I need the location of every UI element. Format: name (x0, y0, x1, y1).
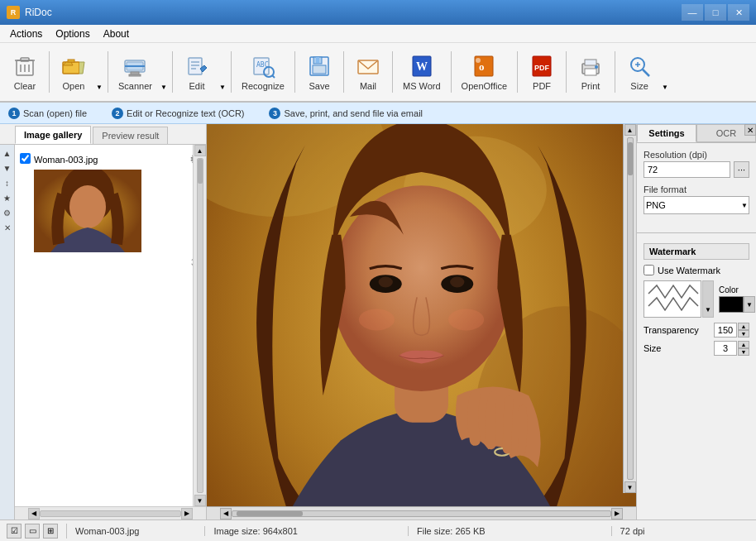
gallery-tool-settings[interactable]: ⚙ (1, 206, 14, 219)
menu-about[interactable]: About (97, 26, 136, 41)
svg-line-20 (272, 75, 275, 78)
save-label: Save (309, 81, 329, 91)
hscroll-right-arrow[interactable]: ▶ (611, 508, 623, 519)
svg-point-52 (379, 277, 393, 288)
svg-point-53 (450, 277, 464, 288)
open-button[interactable]: Open (54, 46, 93, 98)
msword-button[interactable]: W MS Word (397, 46, 447, 98)
statusbar-grid-icon[interactable]: ⊞ (43, 524, 58, 539)
color-dropdown-button[interactable]: ▼ (744, 296, 755, 313)
clear-button[interactable]: Clear (5, 46, 45, 98)
gallery-item-checkbox[interactable] (20, 153, 31, 164)
close-button[interactable]: ✕ (728, 4, 749, 21)
transparency-arrows: ▲ ▼ (738, 323, 749, 338)
gallery-tool-up[interactable]: ▲ (1, 146, 14, 160)
openoffice-button[interactable]: o OpenOffice (456, 46, 513, 98)
file-format-select[interactable]: PNG JPG BMP TIFF PDF (644, 196, 749, 214)
maximize-button[interactable]: □ (705, 4, 726, 21)
gallery-hscroll-right[interactable]: ▶ (181, 508, 193, 519)
open-dropdown[interactable]: ▼ (95, 46, 103, 98)
separator-1 (49, 51, 50, 93)
tab-image-gallery[interactable]: Image gallery (15, 126, 91, 144)
separator-10 (566, 51, 567, 93)
gallery-scroll-area[interactable]: Woman-003.jpg ⚙ (15, 145, 206, 506)
print-button[interactable]: Print (571, 46, 610, 98)
transparency-up-button[interactable]: ▲ (738, 323, 749, 330)
vscroll-down-arrow[interactable]: ▼ (624, 481, 636, 493)
gallery-tool-star[interactable]: ★ (1, 191, 14, 204)
hscroll-track (232, 510, 611, 517)
gallery-vscrollbar[interactable]: ▲ ▼ (193, 145, 206, 506)
mail-button[interactable]: Mail (348, 46, 388, 98)
size-up-button[interactable]: ▲ (738, 341, 749, 348)
preview-vscrollbar[interactable]: ▲ ▼ (623, 124, 636, 493)
gallery-left-tools: ▲ ▼ ↕ ★ ⚙ ✕ (0, 145, 15, 519)
scanner-dropdown[interactable]: ▼ (160, 46, 168, 98)
chevron-down-icon: ▼ (160, 84, 167, 91)
gallery-scroll-up[interactable]: ▲ (194, 145, 206, 156)
settings-tab-settings[interactable]: Settings (637, 124, 696, 142)
use-watermark-checkbox[interactable] (644, 265, 654, 275)
transparency-label: Transparency (644, 325, 699, 335)
app-title: RiDoc (25, 7, 52, 18)
transparency-down-button[interactable]: ▼ (738, 330, 749, 338)
preview-hscrollbar[interactable]: ◀ ▶ (207, 506, 636, 519)
statusbar-checkbox-icon[interactable]: ☑ (7, 524, 22, 539)
recognize-button[interactable]: ABC Recognize (236, 46, 290, 98)
file-size-value: 265 KB (455, 526, 485, 536)
main-area: Image gallery Preview result ▲ ▼ ↕ ★ ⚙ ✕ (0, 124, 756, 519)
gallery-tool-move[interactable]: ↕ (1, 176, 14, 189)
gallery-tool-remove[interactable]: ✕ (1, 221, 14, 234)
gallery-hscroll-left[interactable]: ◀ (28, 508, 40, 519)
color-swatch[interactable] (719, 296, 744, 313)
svg-rect-23 (316, 57, 319, 63)
gallery-scroll-thumb (198, 159, 203, 184)
pdf-icon: PDF (529, 53, 555, 79)
resolution-input[interactable] (644, 161, 730, 178)
minimize-button[interactable]: — (682, 4, 703, 21)
watermark-header: Watermark (644, 243, 749, 260)
size-label: Size (644, 343, 661, 353)
save-button[interactable]: Save (299, 46, 339, 98)
titlebar: R RiDoc — □ ✕ (0, 0, 756, 25)
edit-dropdown[interactable]: ▼ (218, 46, 227, 98)
menu-actions[interactable]: Actions (3, 26, 49, 41)
tab-preview-result[interactable]: Preview result (93, 127, 168, 144)
transparency-row: Transparency 150 ▲ ▼ (644, 323, 749, 338)
print-icon (577, 53, 604, 79)
size-dropdown[interactable]: ▼ (661, 46, 669, 98)
svg-rect-35 (585, 69, 596, 75)
resolution-dots-button[interactable]: ··· (734, 161, 749, 178)
recognize-icon: ABC (250, 53, 276, 79)
size-icon (626, 53, 653, 79)
gallery-hscrollbar[interactable]: ◀ ▶ (15, 506, 206, 519)
settings-content: Resolution (dpi) ··· File format PNG JPG… (637, 143, 756, 227)
edit-button[interactable]: Edit (177, 46, 217, 98)
size-down-button[interactable]: ▼ (738, 348, 749, 356)
separator-6 (343, 51, 344, 93)
svg-point-43 (69, 185, 106, 228)
separator-3 (172, 51, 173, 93)
watermark-checkbox-row: Use Watermark (644, 265, 749, 275)
statusbar-single-icon[interactable]: ▭ (25, 524, 40, 539)
vscroll-up-arrow[interactable]: ▲ (624, 124, 636, 136)
openoffice-icon: o (471, 53, 497, 79)
right-panel-close[interactable]: ✕ (744, 124, 756, 136)
size-button[interactable]: Size (620, 46, 659, 98)
open-icon (60, 53, 87, 79)
svg-rect-34 (585, 60, 596, 65)
settings-tabs: Settings OCR (637, 124, 756, 143)
scanner-button[interactable]: Scanner (112, 46, 158, 98)
gallery-scroll-down[interactable]: ▼ (194, 495, 206, 506)
pdf-button[interactable]: PDF PDF (522, 46, 562, 98)
right-panel: ✕ Settings OCR Resolution (dpi) ··· File… (636, 124, 756, 519)
hscroll-left-arrow[interactable]: ◀ (220, 508, 232, 519)
gallery-tool-down[interactable]: ▼ (1, 161, 14, 175)
save-icon (306, 53, 333, 79)
step-3-label: Save, print, and send file via email (284, 108, 423, 118)
svg-point-54 (359, 309, 395, 330)
watermark-preview-row: ▼ Color ▼ (644, 280, 749, 318)
menu-options[interactable]: Options (49, 26, 96, 41)
statusbar-icons: ☑ ▭ ⊞ (7, 524, 67, 539)
watermark-dropdown-button[interactable]: ▼ (702, 280, 714, 318)
